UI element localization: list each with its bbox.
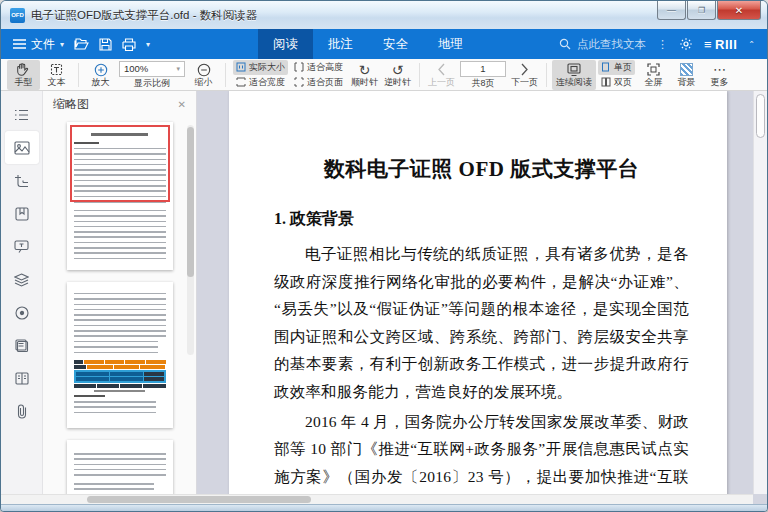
layers-panel-icon[interactable] xyxy=(5,263,39,296)
brand-logo: ≡RIII xyxy=(704,37,737,52)
toolbar: 手型 文本 放大 100% ▾ 显示比例 缩小 xyxy=(1,59,767,91)
more-icon: ⋯ xyxy=(713,62,726,77)
thumbnail-page-1[interactable] xyxy=(67,122,173,270)
thumbnail-page-3[interactable] xyxy=(67,440,173,500)
file-menu-label: 文件 xyxy=(31,36,55,53)
fullscreen-icon xyxy=(647,62,660,77)
window-title: 电子证照OFD版式支撑平台.ofd - 数科阅读器 xyxy=(31,8,257,23)
app-icon: OFD xyxy=(10,8,25,23)
tab-read[interactable]: 阅读 xyxy=(258,29,313,59)
thumbnail-panel-close-icon[interactable]: ✕ xyxy=(178,99,186,110)
more-button[interactable]: ⋯ 更多 xyxy=(703,60,736,90)
thumbnail-scrollbar[interactable] xyxy=(187,125,194,355)
previous-page-label: 上一页 xyxy=(428,77,455,88)
fullscreen-button[interactable]: 全屏 xyxy=(637,60,670,90)
actual-size-button[interactable]: 实际大小 xyxy=(233,60,288,75)
rotate-clockwise-icon: ↻ xyxy=(359,62,371,77)
hand-tool-button[interactable]: 手型 xyxy=(7,60,40,90)
more-options-icon[interactable]: ⋮ xyxy=(657,38,668,51)
thumbnails-panel-icon[interactable] xyxy=(5,131,39,164)
window-bottom-frame xyxy=(1,504,767,511)
text-tool-label: 文本 xyxy=(48,77,66,88)
maximize-button[interactable]: ❐ xyxy=(687,1,716,20)
panel-toggle-icon[interactable] xyxy=(5,98,39,131)
zoom-level-select[interactable]: 100% ▾ xyxy=(119,61,185,77)
maximize-icon: ❐ xyxy=(698,6,705,15)
fit-width-icon xyxy=(236,77,246,87)
rotate-ccw-label: 逆时针 xyxy=(384,77,411,88)
close-button[interactable]: ✕ xyxy=(717,1,761,20)
next-page-button[interactable]: 下一页 xyxy=(508,60,541,90)
fit-height-icon xyxy=(294,62,304,72)
fit-width-button[interactable]: 适合宽度 xyxy=(233,75,288,90)
architecture-diagram-preview xyxy=(74,360,166,388)
chevron-down-icon: ▾ xyxy=(60,40,64,49)
document-page[interactable]: 数科电子证照 OFD 版式支撑平台 1. 政策背景 电子证照相比与传统的纸质证照… xyxy=(229,91,727,504)
viewport-indicator[interactable] xyxy=(70,125,170,202)
document-view[interactable]: 数科电子证照 OFD 版式支撑平台 1. 政策背景 电子证照相比与传统的纸质证照… xyxy=(197,91,767,504)
collapse-ribbon-icon[interactable]: ⌃ xyxy=(748,40,755,49)
double-page-button[interactable]: 双页 xyxy=(598,75,635,90)
text-tool-button[interactable]: 文本 xyxy=(40,60,73,90)
zoom-out-button[interactable]: 缩小 xyxy=(187,60,220,90)
page-count-label: 共8页 xyxy=(471,78,494,89)
hand-tool-label: 手型 xyxy=(15,77,33,88)
page-number-input[interactable] xyxy=(460,61,506,77)
document-title: 数科电子证照 OFD 版式支撑平台 xyxy=(274,155,689,183)
fit-options-group: 实际大小 适合高度 适合宽度 适合页面 xyxy=(233,60,346,90)
previous-page-button[interactable]: 上一页 xyxy=(425,60,458,90)
tab-security[interactable]: 安全 xyxy=(368,29,423,59)
hamburger-icon xyxy=(13,39,26,49)
rotate-clockwise-button[interactable]: ↻ 顺时针 xyxy=(348,60,381,90)
outline-panel-icon[interactable] xyxy=(5,164,39,197)
more-label: 更多 xyxy=(711,77,729,88)
document-scrollbar-thumb[interactable] xyxy=(756,94,765,138)
background-button[interactable]: 背景 xyxy=(670,60,703,90)
zoom-in-button[interactable]: 放大 xyxy=(84,60,117,90)
page-number-combo: 共8页 xyxy=(460,61,506,89)
rotate-cw-label: 顺时针 xyxy=(351,77,378,88)
fit-height-button[interactable]: 适合高度 xyxy=(291,60,346,75)
paragraph-2: 2016 年 4 月，国务院办公厅转发国家发展改革委、财政部等 10 部门《推进… xyxy=(274,408,689,504)
sidebar-icon-strip xyxy=(1,91,43,504)
comment-panel-icon[interactable] xyxy=(5,230,39,263)
title-bar[interactable]: OFD 电子证照OFD版式支撑平台.ofd - 数科阅读器 — ❐ ✕ xyxy=(1,1,767,29)
continuous-reading-button[interactable]: 连续阅读 xyxy=(552,60,596,90)
open-file-icon[interactable] xyxy=(74,38,89,50)
document-scrollbar[interactable] xyxy=(753,91,767,494)
destination-panel-icon[interactable] xyxy=(5,296,39,329)
tab-geography[interactable]: 地理 xyxy=(423,29,478,59)
single-page-button[interactable]: 单页 xyxy=(598,60,635,75)
print-icon[interactable] xyxy=(122,38,136,51)
bookmark-panel-icon[interactable] xyxy=(5,197,39,230)
double-page-icon xyxy=(601,77,611,87)
pages-panel-icon[interactable] xyxy=(5,362,39,395)
fit-page-icon xyxy=(294,77,304,87)
rotate-counterclockwise-button[interactable]: ↺ 逆时针 xyxy=(381,60,414,90)
horizontal-scrollbar[interactable] xyxy=(1,494,753,504)
fullscreen-label: 全屏 xyxy=(645,77,663,88)
search-placeholder: 点此查找文本 xyxy=(577,37,646,52)
next-page-label: 下一页 xyxy=(511,77,538,88)
quickbar-expand-icon[interactable]: ▾ xyxy=(146,40,150,49)
next-page-icon xyxy=(520,62,529,77)
horizontal-scrollbar-thumb[interactable] xyxy=(87,496,311,503)
tab-annotate[interactable]: 批注 xyxy=(313,29,368,59)
save-icon[interactable] xyxy=(99,38,112,51)
attachment-panel-icon[interactable] xyxy=(5,395,39,428)
continuous-reading-icon xyxy=(567,62,581,77)
minimize-button[interactable]: — xyxy=(657,1,686,20)
thumbnail-page-2[interactable] xyxy=(67,282,173,428)
close-icon: ✕ xyxy=(735,5,743,16)
zoom-out-label: 缩小 xyxy=(195,77,213,88)
zoom-scale-label: 显示比例 xyxy=(134,78,170,89)
search-field[interactable]: 点此查找文本 xyxy=(559,37,646,52)
file-menu-button[interactable]: 文件 ▾ xyxy=(13,36,64,53)
stamp-panel-icon[interactable] xyxy=(5,329,39,362)
fit-page-button[interactable]: 适合页面 xyxy=(291,75,346,90)
zoom-out-icon xyxy=(197,62,211,77)
brand-icon: ≡ xyxy=(704,37,712,52)
settings-gear-icon[interactable] xyxy=(679,37,693,51)
page-layout-group: 单页 双页 xyxy=(598,60,635,90)
search-icon xyxy=(559,38,571,50)
